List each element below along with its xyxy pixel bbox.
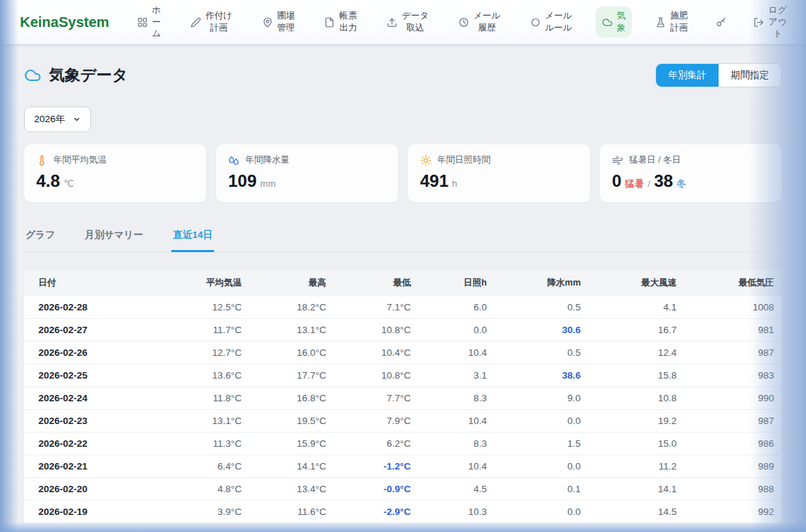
flask-icon bbox=[655, 17, 666, 28]
main-content: 気象データ 年別集計期間指定 2026年 年間平均気温4.8℃年間降水量109m… bbox=[0, 63, 806, 523]
table-cell: 2026-02-23 bbox=[24, 410, 157, 433]
nav-item[interactable]: データ 取込 bbox=[380, 6, 435, 38]
nav-item-label: 圃場 管理 bbox=[277, 10, 295, 34]
table-row: 2026-02-2411.8°C16.8°C7.7°C8.39.010.8990 bbox=[24, 387, 782, 410]
table-cell: 16.0°C bbox=[242, 342, 326, 364]
nav-item[interactable]: 作付け 計画 bbox=[184, 6, 239, 38]
nav-item[interactable]: 帳票 出力 bbox=[318, 6, 363, 38]
table-cell: 15.9°C bbox=[242, 433, 326, 455]
stat-cold-label: 冬 bbox=[677, 178, 687, 190]
page-header: 気象データ 年別集計期間指定 bbox=[24, 63, 782, 87]
toggle-active-button[interactable]: 年別集計 bbox=[656, 64, 719, 87]
table-cell: 0.0 bbox=[487, 501, 581, 523]
toggle-inactive-button[interactable]: 期間指定 bbox=[719, 64, 781, 87]
table-cell: 19.5°C bbox=[242, 410, 326, 433]
app-logo[interactable]: KeinaSystem bbox=[20, 14, 109, 31]
nav-item[interactable]: 圃場 管理 bbox=[256, 6, 301, 38]
table-cell: 11.2 bbox=[581, 455, 677, 478]
page-title: 気象データ bbox=[24, 65, 128, 86]
table-cell: 15.8 bbox=[581, 364, 677, 387]
table-cell: 0.5 bbox=[487, 296, 581, 319]
table-cell: 11.7°C bbox=[157, 319, 242, 342]
logout-button[interactable]: ログ アウ ト bbox=[747, 1, 793, 44]
table-cell: 2026-02-19 bbox=[24, 501, 157, 523]
table-row: 2026-02-2812.5°C18.2°C7.1°C6.00.54.11008 bbox=[24, 296, 782, 319]
table-cell: 0.5 bbox=[487, 342, 581, 364]
table-body: 2026-02-2812.5°C18.2°C7.1°C6.00.54.11008… bbox=[24, 296, 782, 523]
nav-item-label: 作付け 計画 bbox=[205, 10, 232, 34]
cloud-icon bbox=[602, 17, 613, 28]
table-cell: 30.6 bbox=[487, 319, 581, 342]
column-header: 降水mm bbox=[487, 270, 581, 296]
table-cell: 2026-02-25 bbox=[24, 364, 157, 387]
tab[interactable]: 月別サマリー bbox=[83, 222, 144, 252]
table-cell: -1.2°C bbox=[326, 455, 411, 478]
table-cell: 10.8°C bbox=[326, 364, 411, 387]
nav-item[interactable]: メール 履歴 bbox=[452, 6, 507, 38]
year-select[interactable]: 2026年 bbox=[24, 107, 91, 132]
nav-item-label: データ 取込 bbox=[402, 10, 429, 34]
table-cell: 14.1°C bbox=[242, 455, 326, 478]
table-cell: 2026-02-27 bbox=[24, 319, 157, 342]
table-header-row: 日付平均気温最高最低日照h降水mm最大風速最低気圧 bbox=[24, 270, 782, 296]
password-button[interactable] bbox=[711, 13, 731, 32]
nav-item[interactable]: 気 象 bbox=[596, 6, 633, 38]
tab[interactable]: 直近14日 bbox=[171, 222, 214, 252]
table-cell: 987 bbox=[677, 342, 782, 364]
nav-item-label: 施肥 計画 bbox=[670, 10, 688, 34]
table-cell: 12.5°C bbox=[157, 296, 242, 319]
stat-label-row: 猛暑日 / 冬日 bbox=[612, 154, 770, 166]
nav-item[interactable]: ホ ー ム bbox=[131, 1, 168, 44]
logout-icon bbox=[753, 17, 764, 28]
table-cell: 16.8°C bbox=[242, 387, 326, 410]
droplets-icon bbox=[228, 155, 240, 166]
sun-icon bbox=[420, 155, 431, 166]
pencil-icon bbox=[190, 17, 201, 28]
nav-item[interactable]: メール ルール bbox=[524, 6, 579, 38]
table-cell: 12.7°C bbox=[157, 342, 242, 364]
stat-label: 猛暑日 / 冬日 bbox=[629, 154, 681, 166]
stat-label: 年間日照時間 bbox=[437, 154, 490, 166]
table-cell: 12.4 bbox=[581, 342, 677, 364]
table-cell: 15.0 bbox=[581, 433, 677, 455]
column-header: 最低気圧 bbox=[677, 270, 782, 296]
stat-hot-label: 猛暑 bbox=[625, 178, 644, 190]
year-select-value: 2026年 bbox=[34, 113, 65, 126]
map-pin-icon bbox=[262, 17, 273, 28]
table-cell: 11.3°C bbox=[157, 433, 242, 455]
table-cell: 13.1°C bbox=[242, 319, 326, 342]
table-cell: 10.3 bbox=[411, 501, 487, 523]
nav-item-label: 帳票 出力 bbox=[339, 10, 357, 34]
table-row: 2026-02-2211.3°C15.9°C6.2°C8.31.515.0986 bbox=[24, 433, 782, 455]
table-cell: 6.4°C bbox=[157, 455, 242, 478]
table-row: 2026-02-216.4°C14.1°C-1.2°C10.40.011.298… bbox=[24, 455, 782, 478]
circle-icon bbox=[530, 17, 541, 28]
table-cell: 1008 bbox=[677, 296, 782, 319]
table-cell: 3.1 bbox=[411, 364, 487, 387]
nav-item[interactable]: 施肥 計画 bbox=[649, 6, 694, 38]
table-cell: 10.4 bbox=[411, 410, 487, 433]
table-cell: 3.9°C bbox=[157, 501, 242, 523]
tab[interactable]: グラフ bbox=[24, 222, 56, 252]
stat-value: 491 bbox=[420, 171, 448, 191]
table-cell: 17.7°C bbox=[242, 364, 326, 387]
document-icon bbox=[324, 17, 335, 28]
table-cell: 0.0 bbox=[487, 410, 581, 433]
chevron-down-icon bbox=[72, 115, 81, 124]
stat-label: 年間平均気温 bbox=[53, 154, 107, 166]
stat-label-row: 年間平均気温 bbox=[36, 154, 194, 166]
table-row: 2026-02-2313.1°C19.5°C7.9°C10.40.019.298… bbox=[24, 410, 782, 433]
view-toggle: 年別集計期間指定 bbox=[655, 63, 782, 87]
table-row: 2026-02-2711.7°C13.1°C10.8°C0.030.616.79… bbox=[24, 319, 782, 342]
stat-cold-value: 38 bbox=[654, 171, 673, 191]
table-cell: 2026-02-28 bbox=[24, 296, 157, 319]
table-row: 2026-02-193.9°C11.6°C-2.9°C10.30.014.599… bbox=[24, 501, 782, 523]
stat-separator: / bbox=[648, 178, 650, 189]
stat-value-row: 4.8℃ bbox=[36, 171, 194, 191]
table-cell: 13.1°C bbox=[157, 410, 242, 433]
table-cell: 0.0 bbox=[487, 455, 581, 478]
table-cell: 13.6°C bbox=[157, 364, 242, 387]
table-cell: 989 bbox=[677, 455, 782, 478]
history-icon bbox=[458, 17, 469, 28]
stat-cards: 年間平均気温4.8℃年間降水量109mm年間日照時間491h猛暑日 / 冬日0猛… bbox=[24, 144, 782, 202]
